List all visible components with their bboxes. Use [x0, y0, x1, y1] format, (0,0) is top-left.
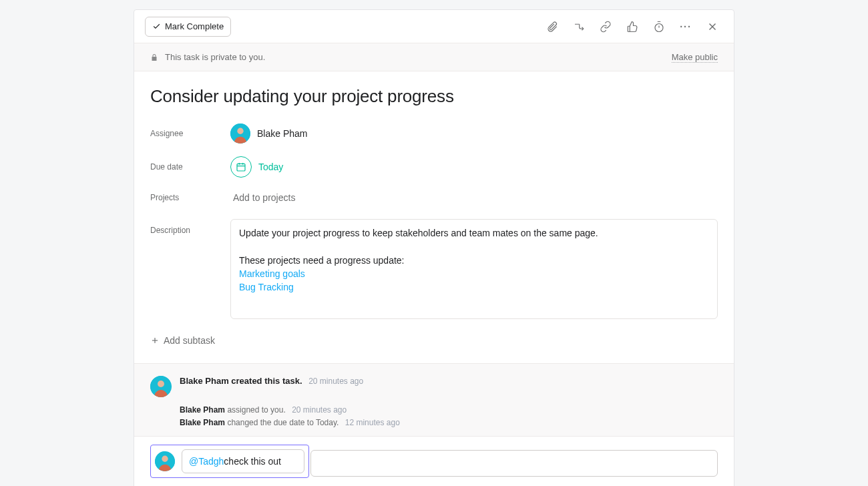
description-line2: These projects need a progress update: [239, 254, 709, 267]
comment-input-full[interactable] [310, 450, 718, 477]
description-link-1[interactable]: Marketing goals [239, 268, 305, 279]
timer-button[interactable] [648, 16, 670, 37]
task-body: Consider updating your project progress … [134, 71, 734, 363]
due-date-label: Due date [150, 162, 230, 172]
description-label: Description [150, 219, 230, 235]
description-field: Description Update your project progress… [150, 219, 718, 319]
calendar-icon [236, 162, 246, 172]
close-icon [706, 21, 718, 33]
mark-complete-label: Mark Complete [165, 21, 224, 31]
more-actions-button[interactable]: ··· [675, 16, 696, 37]
projects-label: Projects [150, 193, 230, 202]
svg-point-14 [162, 456, 168, 462]
link-icon [600, 21, 612, 33]
avatar [155, 451, 175, 471]
task-toolbar: Mark Complete ··· [134, 10, 734, 43]
like-button[interactable] [622, 16, 643, 37]
activity-created-text: Blake Pham created this task. 20 minutes… [180, 376, 363, 386]
task-footer: Collaborators Leave Task [134, 481, 734, 486]
subtasks-icon [573, 21, 585, 33]
activity-action: assigned to you. [225, 405, 286, 415]
calendar-icon-circle [230, 156, 252, 178]
description-textarea[interactable]: Update your project progress to keep sta… [230, 219, 718, 319]
activity-actor: Blake Pham [180, 405, 225, 415]
task-title[interactable]: Consider updating your project progress [150, 86, 718, 107]
assignee-label: Assignee [150, 129, 230, 138]
due-date-text: Today [258, 162, 283, 172]
lock-icon [150, 53, 158, 61]
comment-input[interactable]: @Tadgh check this out [182, 449, 304, 473]
activity-event: Blake Pham assigned to you. 20 minutes a… [180, 404, 718, 417]
due-date-value[interactable]: Today [230, 156, 283, 178]
activity-action: created this task. [229, 376, 302, 386]
add-subtask-label: Add subtask [164, 335, 215, 346]
plus-icon [150, 336, 160, 345]
paperclip-icon [546, 21, 558, 33]
make-public-button[interactable]: Make public [672, 52, 718, 63]
svg-point-12 [158, 381, 164, 387]
task-detail-panel: Mark Complete ··· This task is private t… [134, 9, 734, 486]
projects-field: Projects Add to projects [150, 188, 718, 207]
assignee-field: Assignee Blake Pham [150, 121, 718, 146]
activity-actor: Blake Pham [180, 376, 229, 386]
add-subtask-button[interactable]: Add subtask [150, 335, 215, 346]
attachment-button[interactable] [541, 16, 563, 37]
thumbs-up-icon [626, 21, 638, 33]
close-button[interactable] [702, 16, 723, 37]
avatar [150, 376, 172, 397]
person-icon [150, 376, 172, 397]
privacy-bar: This task is private to you. Make public [134, 43, 734, 71]
avatar [230, 124, 250, 144]
description-line1: Update your project progress to keep sta… [239, 226, 709, 240]
comment-mention: @Tadgh [189, 456, 224, 467]
activity-time: 20 minutes ago [308, 377, 363, 386]
activity-actor: Blake Pham [180, 418, 225, 427]
person-icon [230, 124, 250, 144]
check-icon [152, 22, 161, 31]
comment-text: check this out [224, 456, 281, 467]
assignee-name: Blake Pham [257, 128, 307, 139]
description-link-2[interactable]: Bug Tracking [239, 282, 294, 292]
comment-area: @Tadgh check this out [134, 436, 734, 481]
activity-time: 20 minutes ago [292, 405, 347, 415]
activity-created-row: Blake Pham created this task. 20 minutes… [150, 376, 718, 397]
assignee-value[interactable]: Blake Pham [230, 124, 307, 144]
add-to-projects-button[interactable]: Add to projects [230, 192, 295, 203]
svg-rect-5 [237, 164, 245, 171]
privacy-message: This task is private to you. [165, 52, 265, 62]
mark-complete-button[interactable]: Mark Complete [145, 17, 231, 37]
activity-events: Blake Pham assigned to you. 20 minutes a… [180, 404, 718, 429]
activity-time: 12 minutes ago [345, 418, 400, 427]
comment-callout: @Tadgh check this out [150, 445, 309, 478]
due-date-field: Due date Today [150, 155, 718, 179]
copy-link-button[interactable] [595, 16, 616, 37]
activity-action: changed the due date to Today. [225, 418, 339, 427]
stopwatch-icon [653, 21, 665, 33]
person-icon [155, 451, 175, 471]
activity-section: Blake Pham created this task. 20 minutes… [134, 363, 734, 436]
activity-event: Blake Pham changed the due date to Today… [180, 417, 718, 429]
subtasks-button[interactable] [568, 16, 590, 37]
svg-point-4 [237, 128, 243, 134]
ellipsis-icon: ··· [680, 21, 692, 32]
